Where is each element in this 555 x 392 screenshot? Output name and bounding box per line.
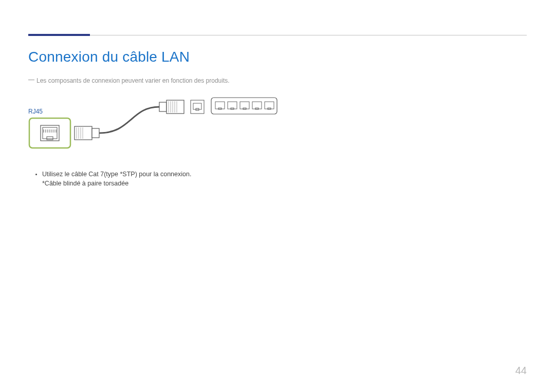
svg-rect-16 (92, 128, 99, 138)
dash-icon (28, 80, 34, 80)
svg-rect-24 (191, 100, 204, 114)
note-text: Les composants de connexion peuvent vari… (36, 77, 230, 84)
lan-cable-right-plug-icon (159, 100, 184, 114)
note-line: Les composants de connexion peuvent vari… (28, 77, 230, 84)
svg-rect-17 (159, 102, 166, 111)
page-title: Connexion du câble LAN (28, 49, 190, 65)
lan-connection-diagram (28, 97, 280, 153)
router-single-port-icon (191, 100, 204, 114)
list-item: Utilisez le câble Cat 7(type *STP) pour … (42, 171, 191, 187)
page-number: 44 (515, 365, 527, 377)
bullet-text: Utilisez le câble Cat 7(type *STP) pour … (42, 171, 191, 178)
svg-rect-11 (75, 126, 92, 140)
bullet-subtext: *Câble blindé à paire torsadée (42, 180, 191, 187)
svg-rect-18 (166, 100, 184, 114)
lan-cable-left-plug-icon (75, 126, 99, 140)
manual-page: Connexion du câble LAN Les composants de… (0, 0, 555, 392)
header-rule (28, 35, 527, 35)
header-accent-bar (28, 34, 90, 36)
router-device-icon (211, 98, 277, 114)
lan-cable-icon (99, 107, 159, 133)
rj45-port-icon (29, 118, 70, 148)
svg-rect-27 (211, 98, 277, 114)
svg-rect-0 (29, 118, 70, 148)
instruction-bullets: Utilisez le câble Cat 7(type *STP) pour … (35, 171, 191, 187)
